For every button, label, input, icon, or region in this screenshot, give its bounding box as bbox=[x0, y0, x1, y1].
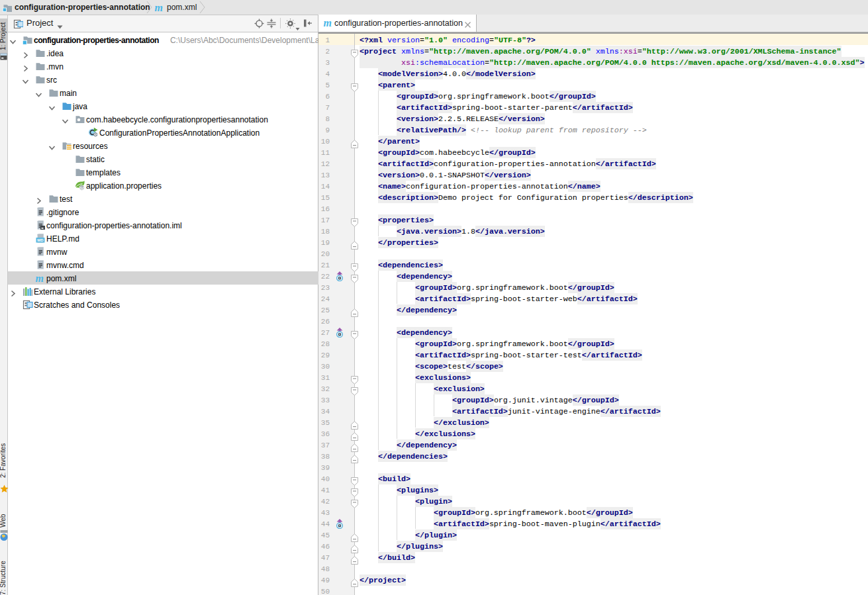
svg-text:m: m bbox=[36, 273, 44, 283]
svg-text:MD: MD bbox=[37, 238, 44, 242]
svg-text:m: m bbox=[155, 2, 163, 13]
svg-text:m: m bbox=[324, 17, 332, 28]
